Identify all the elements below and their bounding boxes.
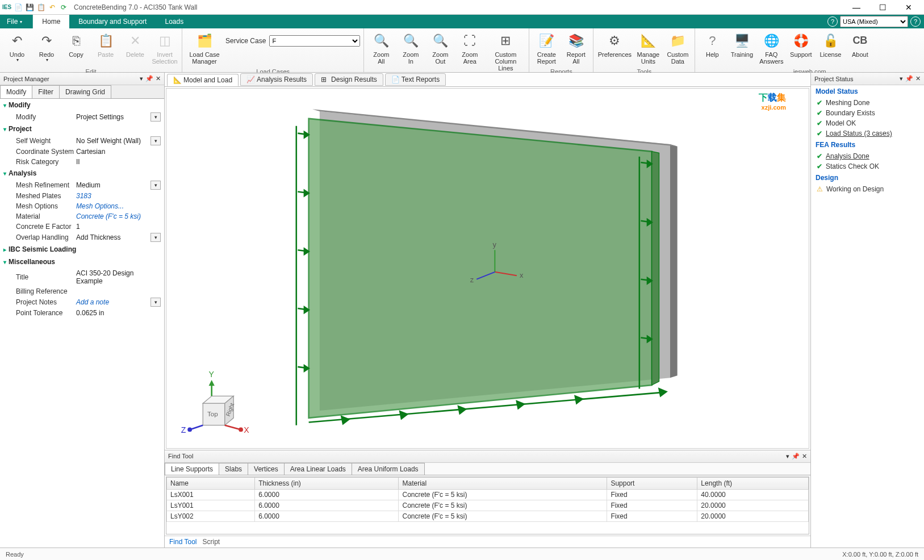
- section-misc[interactable]: Miscellaneous: [0, 256, 164, 268]
- maximize-button[interactable]: ☐: [869, 1, 896, 14]
- undo-button[interactable]: ↶Undo▾: [3, 30, 31, 65]
- help-button[interactable]: ?Help: [699, 30, 726, 60]
- view-tab-text[interactable]: 📄Text Reports: [385, 73, 446, 86]
- panel-pin-icon[interactable]: 📌: [145, 75, 153, 82]
- ft-tab-uniform-loads[interactable]: Area Uniform Loads: [352, 463, 425, 475]
- panel-dropdown-icon[interactable]: ▾: [140, 75, 143, 82]
- bottom-tab-find[interactable]: Find Tool: [169, 538, 196, 546]
- prop-value[interactable]: Medium: [76, 181, 150, 189]
- create-report-button[interactable]: 📝Create Report: [533, 30, 560, 67]
- ps-pin-icon[interactable]: 📌: [905, 75, 913, 82]
- qat-undo-icon[interactable]: ↶: [48, 3, 57, 12]
- zoom-area-button[interactable]: ⛶Zoom Area: [456, 30, 483, 67]
- prop-value[interactable]: 0.0625 in: [76, 309, 161, 317]
- table-row[interactable]: LsY0016.0000Concrete (F'c = 5 ksi)Fixed2…: [167, 500, 809, 511]
- tab-home[interactable]: Home: [33, 15, 69, 28]
- prop-row[interactable]: Concrete E Factor1: [0, 222, 164, 232]
- bottom-tab-script[interactable]: Script: [202, 538, 220, 546]
- table-row[interactable]: LsX0016.0000Concrete (F'c = 5 ksi)Fixed4…: [167, 489, 809, 500]
- section-modify[interactable]: Modify: [0, 99, 164, 111]
- manage-units-button[interactable]: 📐Manage Units: [634, 30, 662, 67]
- ps-dropdown-icon[interactable]: ▾: [900, 75, 903, 82]
- prop-value[interactable]: Concrete (F'c = 5 ksi): [76, 212, 161, 220]
- ft-tab-vertices[interactable]: Vertices: [248, 463, 285, 475]
- ps-close-icon[interactable]: ✕: [915, 75, 921, 82]
- custom-data-button[interactable]: 📁Custom Data: [664, 30, 691, 67]
- prop-row[interactable]: Risk CategoryII: [0, 157, 164, 167]
- qat-report-icon[interactable]: 📋: [36, 3, 45, 12]
- section-ibc[interactable]: IBC Seismic Loading: [0, 243, 164, 256]
- support-button[interactable]: 🛟Support: [787, 30, 814, 60]
- prop-row[interactable]: Meshed Plates3183: [0, 191, 164, 201]
- prop-row[interactable]: Mesh RefinementMedium▾: [0, 179, 164, 191]
- table-header[interactable]: Name: [167, 477, 255, 489]
- prop-dropdown-button[interactable]: ▾: [150, 136, 161, 145]
- prop-value[interactable]: No Self Weight (Wall): [76, 137, 150, 145]
- ribbon-help-icon[interactable]: ?: [910, 16, 921, 27]
- ft-dropdown-icon[interactable]: ▾: [786, 453, 789, 460]
- help-icon[interactable]: ?: [827, 16, 838, 27]
- about-button[interactable]: CBAbout: [846, 30, 873, 60]
- status-item[interactable]: ✔Analysis Done: [811, 151, 924, 161]
- section-project[interactable]: Project: [0, 123, 164, 135]
- prop-dropdown-button[interactable]: ▾: [150, 112, 161, 122]
- prop-value[interactable]: Add Thickness: [76, 233, 150, 241]
- ft-pin-icon[interactable]: 📌: [792, 453, 800, 460]
- ft-tab-line-supports[interactable]: Line Supports: [165, 463, 219, 475]
- prop-row[interactable]: Mesh OptionsMesh Options...: [0, 201, 164, 211]
- prop-row[interactable]: Coordinate SystemCartesian: [0, 147, 164, 157]
- preferences-button[interactable]: ⚙Preferences: [597, 30, 632, 60]
- tab-loads[interactable]: Loads: [156, 15, 193, 28]
- minimize-button[interactable]: —: [843, 1, 869, 14]
- prop-value[interactable]: ACI 350-20 Design Example: [76, 269, 161, 285]
- file-menu[interactable]: File: [0, 15, 33, 28]
- table-header[interactable]: Thickness (in): [255, 477, 399, 489]
- prop-row[interactable]: Self WeightNo Self Weight (Wall)▾: [0, 135, 164, 147]
- qat-save-icon[interactable]: 💾: [25, 3, 34, 12]
- qat-new-icon[interactable]: 📄: [14, 3, 23, 12]
- view-tab-model[interactable]: 📐Model and Load: [167, 74, 239, 86]
- view-tab-design[interactable]: ⊞Design Results: [315, 73, 383, 86]
- qat-redo-icon[interactable]: ⟳: [59, 3, 68, 12]
- table-header[interactable]: Support: [607, 477, 697, 489]
- redo-button[interactable]: ↷Redo▾: [33, 30, 60, 65]
- report-all-button[interactable]: 📚Report All: [562, 30, 589, 67]
- prop-dropdown-button[interactable]: ▾: [150, 181, 161, 190]
- units-select[interactable]: USA (Mixed): [840, 16, 908, 27]
- pm-tab-drawing-grid[interactable]: Drawing Grid: [59, 85, 111, 98]
- faq-button[interactable]: 🌐FAQ Answers: [758, 30, 785, 67]
- tab-boundary[interactable]: Boundary and Support: [69, 15, 156, 28]
- prop-dropdown-button[interactable]: ▾: [150, 233, 161, 242]
- ft-close-icon[interactable]: ✕: [802, 453, 807, 460]
- service-case-select[interactable]: F: [269, 35, 360, 47]
- ft-tab-linear-loads[interactable]: Area Linear Loads: [284, 463, 352, 475]
- loadcase-manager-button[interactable]: 🗂️Load Case Manager: [186, 30, 223, 67]
- panel-close-icon[interactable]: ✕: [156, 75, 161, 82]
- prop-value[interactable]: II: [76, 158, 161, 166]
- 3d-viewport[interactable]: 下载集xzji.com: [166, 88, 809, 449]
- prop-row[interactable]: TitleACI 350-20 Design Example: [0, 268, 164, 286]
- prop-value[interactable]: Add a note: [76, 298, 150, 306]
- find-tool-grid[interactable]: NameThickness (in)MaterialSupportLength …: [166, 477, 809, 534]
- custom-column-button[interactable]: ⊞Custom Column Lines: [486, 30, 525, 74]
- prop-row[interactable]: MaterialConcrete (F'c = 5 ksi): [0, 211, 164, 222]
- view-tab-analysis[interactable]: 📈Analysis Results: [240, 73, 313, 86]
- prop-row[interactable]: ModifyProject Settings▾: [0, 111, 164, 123]
- zoom-in-button[interactable]: 🔍Zoom In: [397, 30, 424, 67]
- prop-value[interactable]: Project Settings: [76, 113, 150, 121]
- prop-dropdown-button[interactable]: ▾: [150, 298, 161, 307]
- zoom-all-button[interactable]: 🔍Zoom All: [367, 30, 395, 67]
- license-button[interactable]: 🔓License: [817, 30, 844, 60]
- pm-tab-filter[interactable]: Filter: [32, 85, 60, 98]
- table-row[interactable]: LsY0026.0000Concrete (F'c = 5 ksi)Fixed2…: [167, 511, 809, 521]
- table-header[interactable]: Material: [399, 477, 607, 489]
- prop-value[interactable]: Mesh Options...: [76, 202, 161, 210]
- pm-tab-modify[interactable]: Modify: [0, 85, 32, 98]
- zoom-out-button[interactable]: 🔍Zoom Out: [427, 30, 454, 67]
- ft-tab-slabs[interactable]: Slabs: [219, 463, 248, 475]
- prop-row[interactable]: Overlap HandlingAdd Thickness▾: [0, 232, 164, 243]
- section-analysis[interactable]: Analysis: [0, 167, 164, 179]
- status-item[interactable]: ✔Load Status (3 cases): [811, 128, 924, 139]
- table-header[interactable]: Length (ft): [697, 477, 809, 489]
- prop-row[interactable]: Billing Reference: [0, 286, 164, 296]
